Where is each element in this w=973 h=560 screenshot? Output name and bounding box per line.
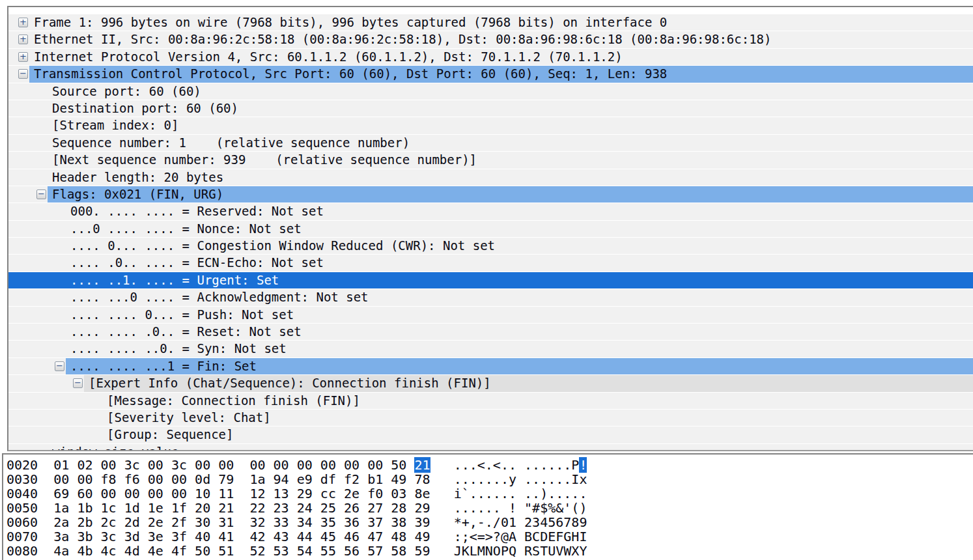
hex-row[interactable]: 0020 01 02 00 3c 00 3c 00 00 00 00 00 00… (7, 458, 973, 472)
expander-plus-icon[interactable]: + (18, 52, 28, 62)
tree-row[interactable]: [Stream index: 0] (8, 117, 973, 134)
tree-row-text: ...0 .... .... = Nonce: Not set (70, 221, 973, 237)
tree-row[interactable]: .... .... ..0. = Syn: Not set (8, 341, 973, 357)
hex-gap (516, 514, 524, 530)
ascii-char: X (571, 543, 579, 559)
tree-row[interactable]: [Severity level: Chat] (8, 410, 973, 427)
hex-byte: 11 (218, 486, 234, 501)
hex-byte: 69 (53, 486, 69, 501)
hex-row[interactable]: 0030 00 00 f8 f6 00 00 0d 79 1a 94 e9 df… (7, 472, 973, 486)
expander-minus-icon[interactable]: − (36, 189, 46, 199)
ascii-char: V (556, 543, 563, 559)
hex-byte: 58 (391, 543, 406, 559)
tree-row[interactable]: window size value (8, 444, 973, 451)
hex-byte: 03 (391, 486, 406, 501)
tree-row[interactable]: Destination port: 60 (60) (8, 100, 973, 117)
ascii-char: G (563, 529, 571, 544)
hex-gap (234, 543, 249, 559)
tree-row[interactable]: .... .... .0.. = Reset: Not set (8, 324, 973, 341)
hex-gap (289, 486, 297, 501)
ascii-char: P (571, 457, 579, 473)
tree-row[interactable]: [Message: Connection finish (FIN)] (8, 393, 973, 410)
hex-gap (187, 529, 195, 544)
tree-row[interactable]: [Group: Sequence] (8, 427, 973, 443)
hex-gap (234, 529, 249, 544)
expander-plus-icon[interactable]: + (18, 35, 28, 44)
expander-minus-icon[interactable]: − (55, 361, 64, 371)
ascii-char: . (454, 500, 462, 516)
hex-gap (92, 486, 100, 501)
expander-plus-icon[interactable]: + (18, 18, 28, 27)
hex-gap (117, 529, 124, 544)
highlighted-ascii-char[interactable]: ! (579, 457, 587, 473)
ascii-char: A (509, 529, 516, 544)
hex-gap (336, 486, 344, 501)
hex-gap (430, 500, 454, 516)
tree-row[interactable]: +Frame 1: 996 bytes on wire (7968 bits),… (8, 14, 973, 31)
expander-minus-icon[interactable]: − (73, 378, 83, 388)
hex-gap (313, 486, 320, 501)
hex-gap (266, 543, 274, 559)
ascii-char: ` (462, 486, 470, 501)
tree-row[interactable]: .... .... 0... = Push: Not set (8, 307, 973, 324)
tree-row[interactable]: ...0 .... .... = Nonce: Not set (8, 221, 973, 238)
hex-gap (336, 500, 344, 516)
hex-gap (187, 543, 195, 559)
tree-row[interactable]: .... 0... .... = Congestion Window Reduc… (8, 238, 973, 255)
expander-minus-icon[interactable]: − (18, 69, 28, 79)
hex-byte: 8e (414, 486, 430, 501)
hex-byte: 41 (218, 529, 234, 544)
tree-row[interactable]: Source port: 60 (60) (8, 83, 973, 100)
tree-row-text: [Group: Sequence] (107, 427, 973, 443)
hex-row[interactable]: 0070 3a 3b 3c 3d 3e 3f 40 41 42 43 44 45… (7, 529, 973, 544)
hex-gap (69, 457, 77, 473)
hex-gap (313, 543, 320, 559)
tree-row[interactable]: Sequence number: 1 (relative sequence nu… (8, 135, 973, 152)
hex-byte: f2 (344, 471, 360, 487)
hex-gap (140, 543, 148, 559)
tree-row[interactable]: .... ..1. .... = Urgent: Set (8, 272, 973, 289)
tree-row[interactable]: +Ethernet II, Src: 00:8a:96:2c:58:18 (00… (8, 31, 973, 48)
tree-row[interactable]: +Internet Protocol Version 4, Src: 60.1.… (8, 49, 973, 66)
highlighted-hex-byte[interactable]: 21 (414, 457, 430, 473)
hex-gap (163, 471, 171, 487)
ascii-char: . (454, 457, 462, 473)
tree-row-text: Internet Protocol Version 4, Src: 60.1.1… (34, 49, 973, 65)
hex-row[interactable]: 0060 2a 2b 2c 2d 2e 2f 30 31 32 33 34 35… (7, 515, 973, 529)
ascii-char: ( (571, 500, 579, 516)
hex-gap (289, 500, 297, 516)
ascii-char: . (462, 500, 470, 516)
ascii-char: & (556, 500, 563, 516)
hex-byte: 00 (171, 471, 187, 487)
hex-byte: 0d (195, 471, 210, 487)
hex-gap (360, 514, 367, 530)
hex-row[interactable]: 0040 69 60 00 00 00 00 10 11 12 13 29 cc… (7, 486, 973, 501)
tree-row[interactable]: −Flags: 0x021 (FIN, URG) (8, 186, 973, 203)
tree-row-text: .... .... ...1 = Fin: Set (66, 358, 973, 374)
tree-row[interactable]: .... ...0 .... = Acknowledgment: Not set (8, 289, 973, 306)
ascii-char: E (548, 529, 556, 544)
hex-gap (289, 514, 297, 530)
tree-row[interactable]: −[Expert Info (Chat/Sequence): Connectio… (8, 375, 973, 392)
hex-byte: 45 (320, 529, 336, 544)
hex-byte: 13 (274, 486, 289, 501)
hex-gap (336, 529, 344, 544)
tree-row[interactable]: −Transmission Control Protocol, Src Port… (8, 66, 973, 83)
ascii-char: # (532, 500, 540, 516)
tree-row[interactable]: 000. .... .... = Reserved: Not set (8, 203, 973, 220)
hex-byte: 2e (148, 514, 163, 530)
hex-byte: 00 (297, 457, 313, 473)
tree-row[interactable]: Header length: 20 bytes (8, 169, 973, 186)
hex-gap (516, 500, 524, 516)
hex-byte: 26 (344, 500, 360, 516)
ascii-char: . (556, 471, 563, 487)
hex-byte: 49 (414, 529, 430, 544)
hex-gap (360, 543, 367, 559)
hex-byte: 32 (249, 514, 265, 530)
hex-row[interactable]: 0050 1a 1b 1c 1d 1e 1f 20 21 22 23 24 25… (7, 501, 973, 515)
tree-row[interactable]: [Next sequence number: 939 (relative seq… (8, 152, 973, 169)
tree-row[interactable]: .... .0.. .... = ECN-Echo: Not set (8, 255, 973, 272)
hex-gap (210, 514, 218, 530)
tree-row[interactable]: −.... .... ...1 = Fin: Set (8, 358, 973, 375)
hex-row[interactable]: 0080 4a 4b 4c 4d 4e 4f 50 51 52 53 54 55… (7, 544, 973, 558)
